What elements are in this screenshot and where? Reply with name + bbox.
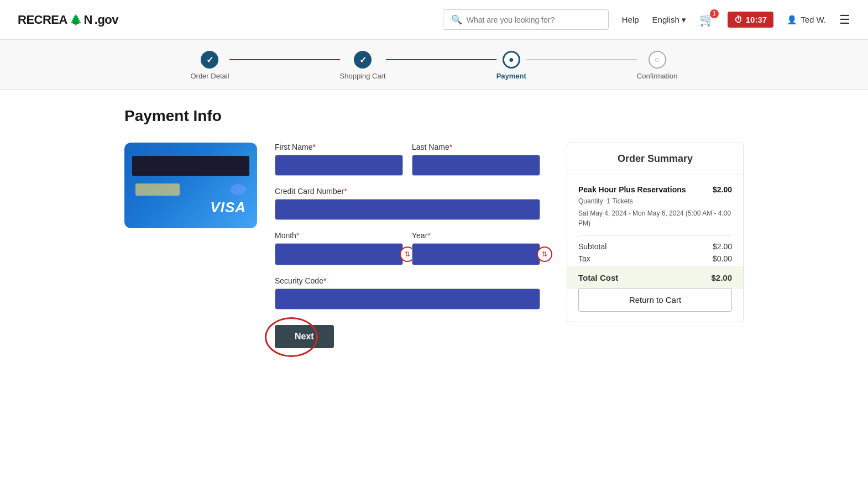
logo-tree-icon: 🌲: [70, 14, 82, 26]
logo-text: RECREA: [18, 13, 67, 27]
required-star6: *: [323, 276, 326, 285]
total-label: Total Cost: [578, 273, 618, 282]
logo-suffix: .gov: [95, 13, 118, 27]
month-select[interactable]: [275, 243, 403, 265]
month-select-wrapper: ⇅: [275, 243, 403, 265]
step-line-3: [526, 59, 637, 60]
summary-item-price: $2.00: [713, 185, 732, 194]
month-group: Month* ⇅: [275, 231, 403, 265]
logo[interactable]: RECREA🌲N.gov: [18, 13, 118, 27]
step-label-payment: Payment: [496, 72, 526, 80]
required-star3: *: [344, 187, 347, 196]
card-chip-area: [132, 183, 249, 196]
cc-number-label: Credit Card Number*: [275, 187, 540, 196]
user-label: Ted W.: [801, 15, 826, 24]
security-code-label: Security Code*: [275, 276, 540, 285]
cc-number-row: Credit Card Number*: [275, 187, 540, 220]
last-name-label: Last Name*: [412, 143, 540, 151]
return-to-cart-button[interactable]: Return to Cart: [578, 288, 732, 312]
order-summary-header: Order Summary: [567, 143, 743, 175]
user-button[interactable]: 👤 Ted W.: [787, 15, 826, 25]
tax-label: Tax: [578, 254, 590, 263]
required-star: *: [312, 143, 315, 151]
tax-row: Tax $0.00: [578, 254, 732, 263]
user-icon: 👤: [787, 15, 797, 25]
required-star5: *: [427, 231, 430, 240]
progress-bar: ✓ Order Detail ✓ Shopping Cart ● Payment…: [0, 40, 868, 90]
total-row: Total Cost $2.00: [567, 266, 743, 289]
visa-card: VISA: [124, 143, 257, 228]
year-label: Year*: [412, 231, 540, 240]
payment-form: First Name* Last Name*: [275, 143, 540, 348]
step-order-detail: ✓ Order Detail: [190, 51, 229, 80]
last-name-group: Last Name*: [412, 143, 540, 176]
step-line-1: [229, 59, 340, 60]
step-confirmation: ○ Confirmation: [637, 51, 678, 80]
summary-item-name: Peak Hour Plus Reservations: [578, 185, 713, 194]
step-circle-shopping-cart: ✓: [354, 51, 372, 69]
chevron-down-icon: ▾: [682, 15, 686, 25]
cart-button[interactable]: 🛒 1: [699, 13, 714, 27]
language-selector[interactable]: English ▾: [652, 15, 686, 25]
name-row: First Name* Last Name*: [275, 143, 540, 176]
year-group: Year* ⇅: [412, 231, 540, 265]
month-year-row: Month* ⇅ Year*: [275, 231, 540, 265]
first-name-group: First Name*: [275, 143, 403, 176]
month-label: Month*: [275, 231, 403, 240]
order-summary: Order Summary Peak Hour Plus Reservation…: [567, 143, 744, 322]
summary-item-row: Peak Hour Plus Reservations $2.00: [578, 185, 732, 194]
step-circle-confirmation: ○: [649, 51, 666, 69]
next-button[interactable]: Next: [275, 325, 334, 348]
card-visa-logo: VISA: [132, 196, 249, 216]
tax-value: $0.00: [713, 254, 732, 263]
header-right: 🔍 Help English ▾ 🛒 1 ⏱ 10:37 👤 Ted W. ☰: [443, 9, 850, 30]
timer-button[interactable]: ⏱ 10:37: [728, 12, 773, 28]
required-star4: *: [296, 231, 299, 240]
step-group: ✓ Order Detail ✓ Shopping Cart ● Payment…: [190, 51, 677, 80]
summary-item: Peak Hour Plus Reservations $2.00 Quanti…: [578, 185, 732, 228]
card-hologram: [231, 184, 246, 195]
year-select-wrapper: ⇅: [412, 243, 540, 265]
required-star2: *: [449, 143, 452, 151]
step-shopping-cart: ✓ Shopping Cart: [340, 51, 386, 80]
security-code-input[interactable]: [275, 288, 540, 309]
help-link[interactable]: Help: [622, 15, 639, 24]
page-title: Payment Info: [124, 107, 744, 125]
subtotal-label: Subtotal: [578, 242, 606, 251]
security-code-row: Security Code*: [275, 276, 540, 309]
step-label-shopping-cart: Shopping Cart: [340, 72, 386, 80]
step-line-2: [386, 59, 496, 60]
search-input[interactable]: [467, 15, 600, 24]
first-name-label: First Name*: [275, 143, 403, 151]
cc-number-group: Credit Card Number*: [275, 187, 540, 220]
step-label-order-detail: Order Detail: [190, 72, 229, 80]
last-name-input[interactable]: [412, 155, 540, 176]
year-select[interactable]: [412, 243, 540, 265]
security-code-group: Security Code*: [275, 276, 540, 309]
total-value: $2.00: [711, 273, 732, 282]
step-circle-payment: ●: [503, 51, 520, 69]
hamburger-button[interactable]: ☰: [839, 13, 850, 27]
next-button-wrapper: Next: [275, 325, 334, 348]
timer-value: 10:37: [746, 15, 767, 24]
step-label-confirmation: Confirmation: [637, 72, 678, 80]
main-content: Payment Info VISA First Name*: [102, 90, 766, 366]
summary-divider: [578, 235, 732, 235]
payment-layout: VISA First Name* Last Name*: [124, 143, 744, 348]
step-circle-order-detail: ✓: [201, 51, 218, 69]
subtotal-row: Subtotal $2.00: [578, 242, 732, 251]
search-bar[interactable]: 🔍: [443, 9, 609, 30]
cart-badge: 1: [710, 9, 719, 18]
card-chip: [135, 183, 180, 196]
timer-icon: ⏱: [734, 15, 742, 24]
order-summary-body: Peak Hour Plus Reservations $2.00 Quanti…: [567, 175, 743, 322]
search-icon: 🔍: [451, 14, 462, 25]
card-stripe: [132, 156, 249, 176]
header: RECREA🌲N.gov 🔍 Help English ▾ 🛒 1 ⏱ 10:3…: [0, 0, 868, 40]
cc-number-input[interactable]: [275, 199, 540, 220]
payment-form-area: VISA First Name* Last Name*: [124, 143, 540, 348]
subtotal-value: $2.00: [713, 242, 732, 251]
step-payment: ● Payment: [496, 51, 526, 80]
first-name-input[interactable]: [275, 155, 403, 176]
language-label: English: [652, 15, 679, 24]
